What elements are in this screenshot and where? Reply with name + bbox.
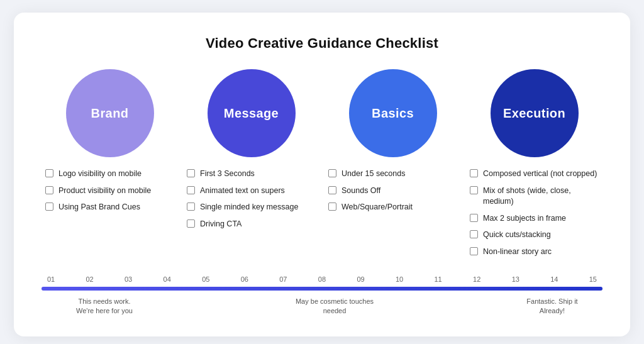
list-item: Max 2 subjects in frame <box>470 213 599 225</box>
timeline-bar <box>42 287 602 291</box>
list-item: Product visibility on mobile <box>45 186 174 197</box>
col-execution: ExecutionComposed vertical (not cropped)… <box>464 69 605 263</box>
list-item-label: Driving CTA <box>200 219 242 230</box>
list-item-label: Under 15 seconds <box>341 169 405 180</box>
list-item-label: First 3 Seconds <box>200 169 255 180</box>
checkbox[interactable] <box>470 230 478 238</box>
circle-wrapper-brand: Brand <box>45 69 174 157</box>
col-message: MessageFirst 3 SecondsAnimated text on s… <box>180 69 322 263</box>
timeline-number: 11 <box>429 275 448 283</box>
list-item: Logo visibility on mobile <box>45 169 174 180</box>
checkbox[interactable] <box>45 169 53 177</box>
list-item-label: Product visibility on mobile <box>58 186 151 197</box>
timeline-number: 08 <box>313 275 331 283</box>
checkbox[interactable] <box>470 214 478 222</box>
timeline-section: 010203040506070809101112131415 This need… <box>39 275 605 316</box>
checkbox[interactable] <box>45 186 53 194</box>
checkbox[interactable] <box>187 203 195 211</box>
timeline-fill <box>42 287 602 291</box>
list-item-label: Mix of shots (wide, close, medium) <box>483 186 599 208</box>
list-item: Mix of shots (wide, close, medium) <box>470 186 599 208</box>
main-card: Video Creative Guidance Checklist BrandL… <box>14 13 630 336</box>
checkbox[interactable] <box>45 203 53 211</box>
columns-grid: BrandLogo visibility on mobileProduct vi… <box>39 69 605 263</box>
col-brand: BrandLogo visibility on mobileProduct vi… <box>39 69 180 263</box>
timeline-label-left: This needs work. We're here for you <box>42 297 167 316</box>
circle-wrapper-basics: Basics <box>328 69 457 157</box>
timeline-number: 13 <box>506 275 525 283</box>
timeline-number: 09 <box>352 275 370 283</box>
timeline-number: 04 <box>158 275 177 283</box>
timeline-label-mid: May be cosmetic touches needed <box>272 297 397 316</box>
circle-basics: Basics <box>349 69 437 157</box>
list-item-label: Quick cuts/stacking <box>483 230 551 241</box>
list-item-label: Single minded key message <box>200 202 298 213</box>
timeline-number: 01 <box>42 275 60 283</box>
page-title: Video Creative Guidance Checklist <box>39 35 605 52</box>
timeline-label-right: Fantastic. Ship it Already! <box>502 297 602 316</box>
list-item: Animated text on supers <box>187 186 316 197</box>
list-item: Driving CTA <box>187 219 316 230</box>
list-item: Single minded key message <box>187 202 316 213</box>
checkbox[interactable] <box>187 219 195 228</box>
checkbox[interactable] <box>328 203 336 211</box>
timeline-labels: This needs work. We're here for you May … <box>42 297 602 316</box>
timeline-number: 12 <box>467 275 486 283</box>
list-item-label: Using Past Brand Cues <box>58 202 140 213</box>
circle-execution: Execution <box>491 69 579 157</box>
timeline-number: 15 <box>584 275 602 283</box>
list-item-label: Web/Square/Portrait <box>341 202 413 213</box>
timeline-numbers: 010203040506070809101112131415 <box>42 275 602 283</box>
checkbox[interactable] <box>328 186 336 194</box>
circle-brand: Brand <box>66 69 154 157</box>
circle-wrapper-execution: Execution <box>470 69 599 157</box>
circle-wrapper-message: Message <box>187 69 316 157</box>
checklist-brand: Logo visibility on mobileProduct visibil… <box>45 169 174 219</box>
timeline-number: 05 <box>196 275 215 283</box>
timeline-number: 03 <box>119 275 138 283</box>
list-item: Quick cuts/stacking <box>470 230 599 241</box>
list-item-label: Animated text on supers <box>200 186 285 197</box>
list-item: Web/Square/Portrait <box>328 202 457 213</box>
list-item: Composed vertical (not cropped) <box>470 169 599 180</box>
list-item-label: Max 2 subjects in frame <box>483 213 566 225</box>
checklist-execution: Composed vertical (not cropped)Mix of sh… <box>470 169 599 263</box>
list-item: Sounds Off <box>328 186 457 197</box>
checkbox[interactable] <box>328 169 336 177</box>
checkbox[interactable] <box>470 169 478 177</box>
checkbox[interactable] <box>187 169 195 177</box>
checklist-basics: Under 15 secondsSounds OffWeb/Square/Por… <box>328 169 457 219</box>
list-item-label: Non-linear story arc <box>483 247 552 258</box>
timeline-number: 10 <box>390 275 409 283</box>
timeline-number: 06 <box>235 275 254 283</box>
list-item: First 3 Seconds <box>187 169 316 180</box>
list-item: Non-linear story arc <box>470 247 599 258</box>
list-item-label: Sounds Off <box>341 186 380 197</box>
list-item: Under 15 seconds <box>328 169 457 180</box>
checkbox[interactable] <box>470 186 478 194</box>
timeline-number: 07 <box>274 275 292 283</box>
list-item-label: Logo visibility on mobile <box>58 169 142 180</box>
list-item-label: Composed vertical (not cropped) <box>483 169 597 180</box>
checkbox[interactable] <box>470 247 478 255</box>
list-item: Using Past Brand Cues <box>45 202 174 213</box>
timeline-number: 14 <box>545 275 564 283</box>
checkbox[interactable] <box>187 186 195 194</box>
timeline-number: 02 <box>80 275 99 283</box>
col-basics: BasicsUnder 15 secondsSounds OffWeb/Squa… <box>322 69 464 263</box>
circle-message: Message <box>208 69 296 157</box>
checklist-message: First 3 SecondsAnimated text on supersSi… <box>187 169 316 235</box>
